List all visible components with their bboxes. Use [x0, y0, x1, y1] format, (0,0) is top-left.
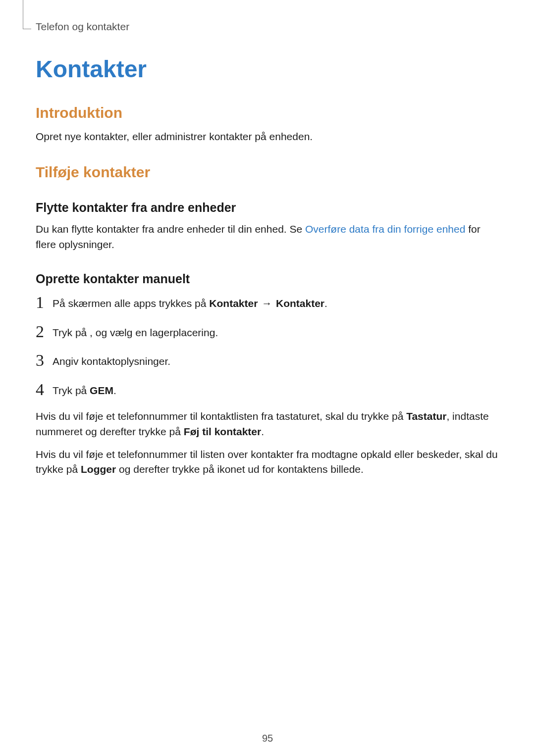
- breadcrumb: Telefon og kontakter: [36, 21, 499, 33]
- move-contacts-text: Du kan flytte kontakter fra andre enhede…: [36, 222, 499, 252]
- intro-text: Opret nye kontakter, eller administrer k…: [36, 129, 499, 144]
- step-number: 2: [36, 323, 53, 340]
- step-item: 4 Tryk på GEM.: [36, 380, 499, 398]
- step-text: Angiv kontaktoplysninger.: [53, 354, 170, 369]
- move-text-pre: Du kan flytte kontakter fra andre enhede…: [36, 223, 305, 235]
- subheading-create-manually: Oprette kontakter manuelt: [36, 272, 499, 286]
- step-item: 2 Tryk på , og vælg en lagerplacering.: [36, 322, 499, 340]
- page-title: Kontakter: [36, 55, 499, 83]
- para-keypad: Hvis du vil føje et telefonnummer til ko…: [36, 409, 499, 439]
- step-text: Tryk på , og vælg en lagerplacering.: [53, 325, 218, 340]
- step-number: 3: [36, 352, 53, 369]
- step-text: Tryk på GEM.: [53, 383, 116, 398]
- para-logs: Hvis du vil føje et telefonnummer til li…: [36, 447, 499, 477]
- section-heading-introduction: Introduktion: [36, 104, 499, 121]
- step-item: 3 Angiv kontaktoplysninger.: [36, 351, 499, 369]
- corner-mark-icon: [23, 0, 31, 29]
- step-item: 1 På skærmen alle apps trykkes på Kontak…: [36, 293, 499, 311]
- step-number: 1: [36, 294, 53, 311]
- section-heading-add-contacts: Tilføje kontakter: [36, 164, 499, 181]
- steps-list: 1 På skærmen alle apps trykkes på Kontak…: [36, 293, 499, 398]
- step-text: På skærmen alle apps trykkes på Kontakte…: [53, 296, 327, 311]
- step-number: 4: [36, 381, 53, 398]
- subheading-move-contacts: Flytte kontakter fra andre enheder: [36, 201, 499, 215]
- transfer-data-link[interactable]: Overføre data fra din forrige enhed: [305, 223, 465, 235]
- page-number: 95: [0, 733, 535, 744]
